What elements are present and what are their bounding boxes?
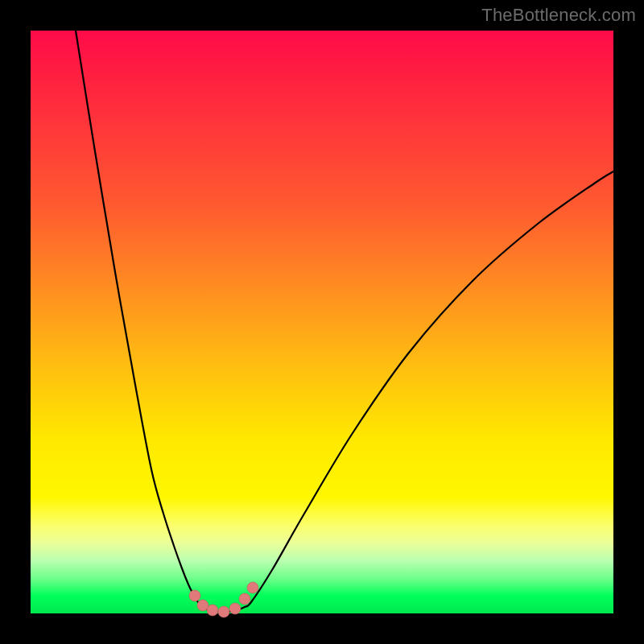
trough-dot <box>189 590 200 601</box>
trough-dot <box>218 606 229 617</box>
curve-svg <box>31 31 613 613</box>
trough-dot <box>207 605 218 616</box>
trough-dot <box>229 603 241 614</box>
trough-dot-group <box>189 582 258 617</box>
outer-frame: TheBottleneck.com <box>0 0 644 644</box>
bottleneck-curve <box>76 31 613 612</box>
trough-dot <box>247 582 258 593</box>
plot-area <box>31 31 613 613</box>
watermark-text: TheBottleneck.com <box>481 5 636 26</box>
trough-dot <box>239 593 250 605</box>
